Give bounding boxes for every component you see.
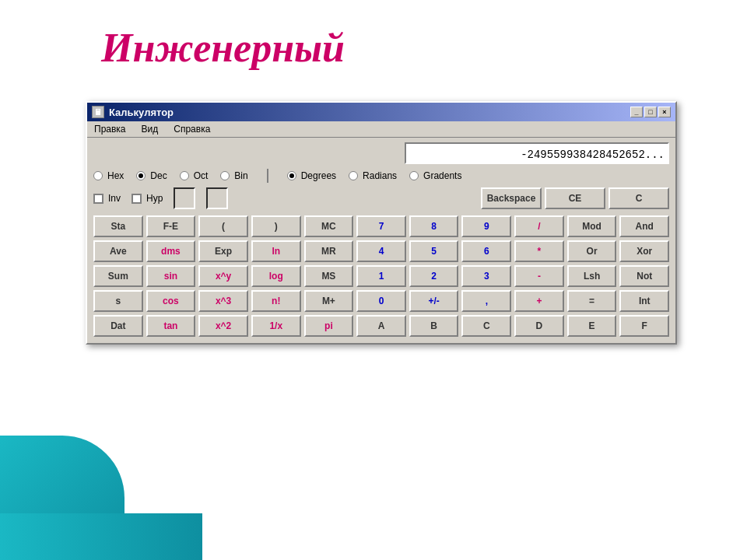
btn-mr[interactable]: MR bbox=[304, 240, 354, 262]
radio-dec[interactable]: Dec bbox=[136, 170, 167, 181]
menu-pravka[interactable]: Правка bbox=[92, 123, 128, 135]
btn-c[interactable]: C bbox=[461, 315, 511, 337]
radio-oct-label: Oct bbox=[194, 170, 209, 181]
btn-dat[interactable]: Dat bbox=[93, 315, 143, 337]
btn-e[interactable]: E bbox=[567, 315, 617, 337]
window-title: Калькулятор bbox=[109, 107, 174, 118]
btn-equals[interactable]: = bbox=[567, 290, 617, 312]
radio-oct[interactable]: Oct bbox=[180, 170, 209, 181]
top-buttons: Backspace CE C bbox=[481, 187, 669, 209]
radio-radians-dot bbox=[349, 171, 358, 180]
btn-sum[interactable]: Sum bbox=[93, 265, 143, 287]
radio-radians-label: Radians bbox=[363, 170, 397, 181]
btn-mplus[interactable]: M+ bbox=[304, 290, 354, 312]
btn-cos[interactable]: cos bbox=[146, 290, 196, 312]
btn-multiply[interactable]: * bbox=[514, 240, 564, 262]
btn-tan[interactable]: tan bbox=[146, 315, 196, 337]
calculator-window: 🖩 Калькулятор _ □ × Правка Вид Справка -… bbox=[86, 101, 677, 345]
btn-1[interactable]: 1 bbox=[356, 265, 406, 287]
btn-b[interactable]: B bbox=[409, 315, 459, 337]
btn-7[interactable]: 7 bbox=[356, 215, 406, 237]
inv-label: Inv bbox=[108, 193, 121, 204]
close-button[interactable]: × bbox=[658, 107, 671, 117]
btn-d[interactable]: D bbox=[514, 315, 564, 337]
btn-lsh[interactable]: Lsh bbox=[567, 265, 617, 287]
btn-open-paren[interactable]: ( bbox=[198, 215, 248, 237]
radio-gradents-dot bbox=[409, 171, 419, 180]
btn-sta[interactable]: Sta bbox=[93, 215, 143, 237]
checkbox-inv[interactable]: Inv bbox=[93, 193, 121, 204]
btn-a[interactable]: A bbox=[356, 315, 406, 337]
btn-close-paren[interactable]: ) bbox=[251, 215, 301, 237]
btn-ms[interactable]: MS bbox=[304, 265, 354, 287]
btn-9[interactable]: 9 bbox=[461, 215, 511, 237]
btn-factorial[interactable]: n! bbox=[251, 290, 301, 312]
btn-or[interactable]: Or bbox=[567, 240, 617, 262]
btn-x3[interactable]: x^3 bbox=[198, 290, 248, 312]
btn-5[interactable]: 5 bbox=[409, 240, 459, 262]
radio-hex-dot bbox=[93, 171, 103, 180]
window-controls: _ □ × bbox=[630, 107, 671, 117]
backspace-button[interactable]: Backspace bbox=[481, 187, 542, 209]
btn-plusminus[interactable]: +/- bbox=[409, 290, 459, 312]
btn-mod[interactable]: Mod bbox=[567, 215, 617, 237]
btn-not[interactable]: Not bbox=[619, 265, 669, 287]
radio-dec-label: Dec bbox=[150, 170, 167, 181]
hyp-checkbox bbox=[132, 194, 142, 204]
blank-box-1 bbox=[174, 187, 195, 209]
calculator-display[interactable]: -249559938428452652... bbox=[405, 142, 669, 164]
btn-comma[interactable]: , bbox=[461, 290, 511, 312]
bg-decoration-bottom bbox=[0, 513, 202, 560]
btn-and[interactable]: And bbox=[619, 215, 669, 237]
radio-gradents-label: Gradents bbox=[423, 170, 461, 181]
radio-bin-dot bbox=[220, 171, 230, 180]
btn-int[interactable]: Int bbox=[619, 290, 669, 312]
page-title: Инженерный bbox=[101, 25, 345, 71]
btn-ln[interactable]: ln bbox=[251, 240, 301, 262]
btn-divide[interactable]: / bbox=[514, 215, 564, 237]
radio-hex-label: Hex bbox=[107, 170, 124, 181]
display-area: -249559938428452652... bbox=[87, 138, 675, 167]
btn-log[interactable]: log bbox=[251, 265, 301, 287]
radio-gradents[interactable]: Gradents bbox=[409, 170, 461, 181]
btn-s[interactable]: s bbox=[93, 290, 143, 312]
radio-hex[interactable]: Hex bbox=[93, 170, 124, 181]
btn-2[interactable]: 2 bbox=[409, 265, 459, 287]
radio-degrees[interactable]: Degrees bbox=[287, 170, 336, 181]
c-button[interactable]: C bbox=[608, 187, 669, 209]
checkbox-hyp[interactable]: Hyp bbox=[132, 193, 163, 204]
btn-f[interactable]: F bbox=[619, 315, 669, 337]
radio-row: Hex Dec Oct Bin Degrees Radians Gradents bbox=[87, 167, 675, 186]
menu-bar: Правка Вид Справка bbox=[87, 121, 675, 138]
minimize-button[interactable]: _ bbox=[630, 107, 643, 117]
btn-xy[interactable]: x^y bbox=[198, 265, 248, 287]
btn-6[interactable]: 6 bbox=[461, 240, 511, 262]
menu-vid[interactable]: Вид bbox=[139, 123, 161, 135]
menu-spravka[interactable]: Справка bbox=[171, 123, 212, 135]
radio-radians[interactable]: Radians bbox=[349, 170, 397, 181]
radio-degrees-label: Degrees bbox=[301, 170, 336, 181]
btn-add[interactable]: + bbox=[514, 290, 564, 312]
btn-dms[interactable]: dms bbox=[146, 240, 196, 262]
btn-mc[interactable]: MC bbox=[304, 215, 354, 237]
btn-8[interactable]: 8 bbox=[409, 215, 459, 237]
btn-fe[interactable]: F-E bbox=[146, 215, 196, 237]
hyp-label: Hyp bbox=[146, 193, 163, 204]
btn-subtract[interactable]: - bbox=[514, 265, 564, 287]
btn-sin[interactable]: sin bbox=[146, 265, 196, 287]
btn-0[interactable]: 0 bbox=[356, 290, 406, 312]
inv-checkbox bbox=[93, 194, 103, 204]
title-bar-left: 🖩 Калькулятор bbox=[92, 106, 174, 118]
btn-reciprocal[interactable]: 1/x bbox=[251, 315, 301, 337]
btn-xor[interactable]: Xor bbox=[619, 240, 669, 262]
btn-ave[interactable]: Ave bbox=[93, 240, 143, 262]
radio-bin[interactable]: Bin bbox=[220, 170, 247, 181]
btn-pi[interactable]: pi bbox=[304, 315, 354, 337]
btn-4[interactable]: 4 bbox=[356, 240, 406, 262]
btn-x2[interactable]: x^2 bbox=[198, 315, 248, 337]
ce-button[interactable]: CE bbox=[545, 187, 605, 209]
btn-3[interactable]: 3 bbox=[461, 265, 511, 287]
maximize-button[interactable]: □ bbox=[644, 107, 657, 117]
button-row-3: s cos x^3 n! M+ 0 +/- , + = Int bbox=[93, 290, 669, 312]
btn-exp[interactable]: Exp bbox=[198, 240, 248, 262]
